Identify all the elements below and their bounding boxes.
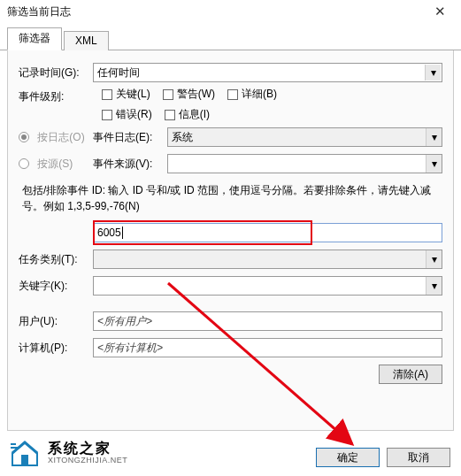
event-source-select[interactable]: ▾ xyxy=(167,154,442,173)
watermark-logo: 系统之家 XITONGZHIJIA.NET xyxy=(9,437,127,469)
by-log-label: 按日志(O) xyxy=(37,131,84,143)
user-value: <所有用户> xyxy=(97,314,152,329)
house-icon xyxy=(9,437,41,469)
user-label: 用户(U): xyxy=(19,314,93,329)
logged-label: 记录时间(G): xyxy=(19,65,93,81)
event-source-label: 事件来源(V): xyxy=(93,157,167,172)
window-title: 筛选当前日志 xyxy=(7,4,71,19)
radio-by-log xyxy=(19,132,29,142)
keywords-select[interactable]: ▾ xyxy=(93,276,442,296)
text-cursor xyxy=(122,226,123,239)
radio-by-source xyxy=(19,158,29,169)
user-input[interactable]: <所有用户> xyxy=(93,311,442,331)
svg-rect-0 xyxy=(21,455,28,465)
event-id-input[interactable]: 6005 xyxy=(93,223,442,242)
chevron-down-icon: ▾ xyxy=(426,128,442,146)
chevron-down-icon: ▾ xyxy=(426,155,442,173)
chk-critical[interactable]: 关键(L) xyxy=(102,87,150,102)
chk-error[interactable]: 错误(R) xyxy=(102,107,152,122)
chevron-down-icon: ▾ xyxy=(426,277,442,295)
event-log-value: 系统 xyxy=(172,130,193,145)
logged-value: 任何时间 xyxy=(97,65,140,81)
logged-select[interactable]: 任何时间 ▾ xyxy=(93,63,442,82)
filter-panel: 记录时间(G): 任何时间 ▾ 事件级别: 关键(L) 警告(W) 详细(B) … xyxy=(7,50,454,431)
chk-verbose[interactable]: 详细(B) xyxy=(227,87,277,102)
by-source-label: 按源(S) xyxy=(37,157,73,170)
task-category-label: 任务类别(T): xyxy=(19,252,93,267)
event-log-select[interactable]: 系统 ▾ xyxy=(167,127,442,147)
chk-info[interactable]: 信息(I) xyxy=(165,107,210,122)
event-id-value: 6005 xyxy=(97,226,121,239)
id-instruction: 包括/排除事件 ID: 输入 ID 号和/或 ID 范围，使用逗号分隔。若要排除… xyxy=(22,182,439,214)
watermark-cn: 系统之家 xyxy=(48,441,127,457)
event-log-label: 事件日志(E): xyxy=(93,130,167,145)
keywords-label: 关键字(K): xyxy=(19,279,93,294)
ok-button[interactable]: 确定 xyxy=(316,448,380,467)
close-icon[interactable]: ✕ xyxy=(422,4,457,19)
tab-filter[interactable]: 筛选器 xyxy=(7,27,62,50)
chevron-down-icon: ▾ xyxy=(425,65,441,81)
event-level-label: 事件级别: xyxy=(19,89,93,104)
tab-xml[interactable]: XML xyxy=(64,31,109,50)
watermark-en: XITONGZHIJIA.NET xyxy=(48,457,127,465)
dialog-footer: 确定 取消 xyxy=(316,448,450,467)
task-category-select[interactable]: ▾ xyxy=(93,250,442,269)
computer-input[interactable]: <所有计算机> xyxy=(93,338,442,357)
title-bar: 筛选当前日志 ✕ xyxy=(0,0,461,23)
chk-warning[interactable]: 警告(W) xyxy=(163,87,215,102)
computer-label: 计算机(P): xyxy=(19,341,93,356)
tab-strip: 筛选器 XML xyxy=(0,23,461,50)
clear-button[interactable]: 清除(A) xyxy=(379,365,442,384)
computer-value: <所有计算机> xyxy=(97,341,163,356)
cancel-button[interactable]: 取消 xyxy=(387,448,450,467)
chevron-down-icon: ▾ xyxy=(426,250,442,268)
